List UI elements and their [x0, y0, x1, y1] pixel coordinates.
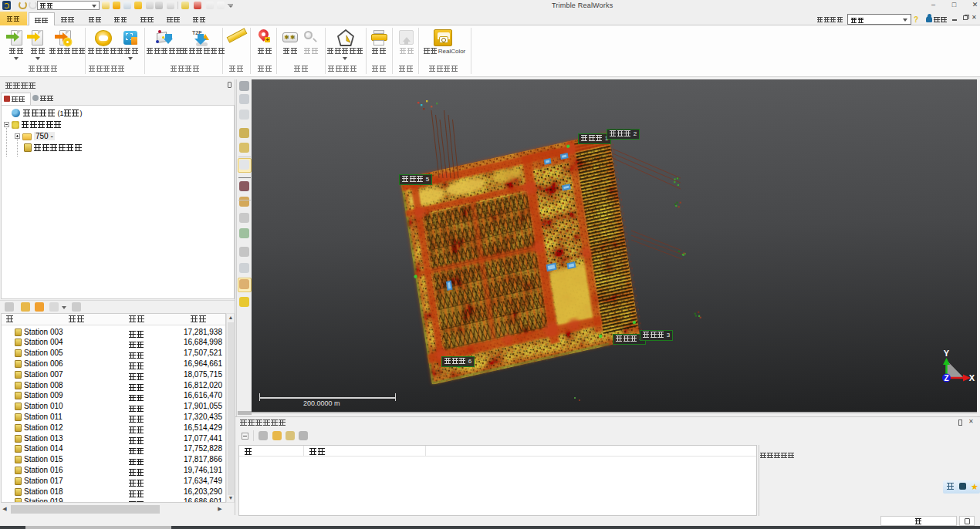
svg-text:Y: Y: [944, 349, 950, 358]
svg-text:X: X: [969, 373, 975, 382]
svg-text:Z: Z: [944, 374, 948, 382]
